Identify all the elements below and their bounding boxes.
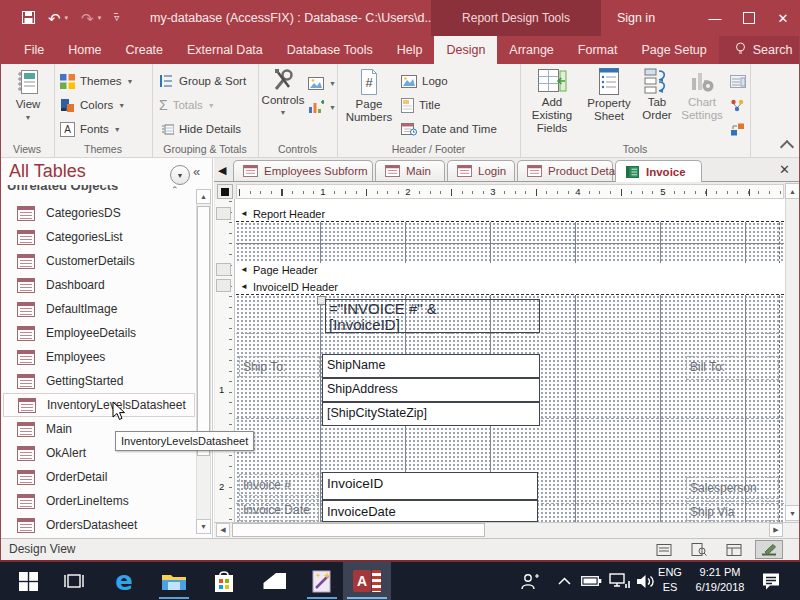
tab-order-button[interactable]: Tab Order xyxy=(636,68,678,122)
section-selector[interactable] xyxy=(216,263,231,276)
language-indicator[interactable]: ENG ES xyxy=(655,565,685,595)
tab-file[interactable]: File xyxy=(12,36,56,64)
nav-item-ordersdatasheet[interactable]: OrdersDatasheet xyxy=(3,513,195,537)
doc-tab-login[interactable]: Login xyxy=(447,160,515,181)
nav-item-customerdetails[interactable]: CustomerDetails xyxy=(3,249,195,273)
clock[interactable]: 9:21 PM 6/19/2018 xyxy=(688,565,752,595)
nav-item-categorieslist[interactable]: CategoriesList xyxy=(3,225,195,249)
shutter-bar-close-icon[interactable]: « xyxy=(193,164,200,179)
page-numbers-button[interactable]: # Page Numbers xyxy=(342,68,396,124)
close-document-icon[interactable]: ✕ xyxy=(779,162,790,177)
report-selector[interactable] xyxy=(217,184,233,199)
nav-group-collapse-icon[interactable]: ⌃ xyxy=(171,185,179,195)
tab-arrange[interactable]: Arrange xyxy=(497,36,565,64)
report-design-canvas[interactable]: ◄ Report Header ◄ Page Header ◄ InvoiceI… xyxy=(235,199,785,522)
section-selector[interactable] xyxy=(216,207,231,220)
battery-button[interactable] xyxy=(578,562,604,600)
tab-help[interactable]: Help xyxy=(385,36,435,64)
search-box[interactable]: Search xyxy=(719,36,800,64)
colors-button[interactable]: Colors▼ xyxy=(60,94,125,116)
convert-macros-button[interactable] xyxy=(730,118,745,140)
doc-scroll-left-icon[interactable]: ◀ xyxy=(216,523,230,537)
ship-via-label[interactable]: Ship Via xyxy=(686,501,779,521)
nav-scroll-down-icon[interactable]: ▼ xyxy=(196,519,211,534)
nav-scrollbar-thumb[interactable] xyxy=(197,206,210,456)
invoice-date-label[interactable]: Invoice Date xyxy=(239,499,319,521)
invoice-expression-textbox[interactable]: ="INVOICE #" & [InvoiceID] xyxy=(325,299,540,333)
shipaddress-textbox[interactable]: ShipAddress xyxy=(322,378,540,402)
minimize-button[interactable]: — xyxy=(698,0,732,36)
nav-scroll-up-icon[interactable]: ▲ xyxy=(196,189,211,204)
hide-details-button[interactable]: Hide Details xyxy=(159,118,241,140)
horizontal-ruler[interactable]: 1 2 3 4 5 xyxy=(236,184,784,199)
tab-scroll-left-icon[interactable]: ◀ xyxy=(218,164,226,177)
maximize-button[interactable] xyxy=(732,0,766,36)
close-button[interactable]: ✕ xyxy=(766,0,800,36)
doc-tab-product-detail[interactable]: Product Detail xyxy=(517,160,613,181)
nav-item-defaultimage[interactable]: DefaultImage xyxy=(3,297,195,321)
undo-dropdown-icon[interactable]: ▾ xyxy=(65,14,69,22)
nav-item-categoriesds[interactable]: CategoriesDS xyxy=(3,201,195,225)
group-sort-button[interactable]: Group & Sort xyxy=(159,70,246,92)
doc-tab-invoice[interactable]: Invoice xyxy=(615,160,702,182)
shipcitystatezip-textbox[interactable]: [ShipCityStateZip] xyxy=(322,402,540,426)
action-center-button[interactable] xyxy=(756,562,786,600)
ship-to-label[interactable]: Ship To: xyxy=(239,356,320,377)
file-explorer-button[interactable] xyxy=(156,562,192,600)
tab-home[interactable]: Home xyxy=(56,36,113,64)
tab-design[interactable]: Design xyxy=(434,36,497,64)
tab-external-data[interactable]: External Data xyxy=(175,36,275,64)
fonts-button[interactable]: A Fonts▼ xyxy=(60,118,121,140)
access-taskbar-button[interactable]: A xyxy=(343,562,391,600)
doc-hscroll-thumb[interactable] xyxy=(232,523,485,537)
section-bar-report-header[interactable]: ◄ Report Header xyxy=(236,207,784,221)
sign-in-button[interactable]: Sign in xyxy=(601,0,671,36)
shipname-textbox[interactable]: ShipName xyxy=(322,354,540,378)
add-existing-fields-button[interactable]: Add Existing Fields xyxy=(523,68,581,135)
print-preview-button[interactable] xyxy=(685,540,713,559)
invoicedate-textbox[interactable]: InvoiceDate xyxy=(322,500,538,522)
edge-button[interactable]: e xyxy=(106,562,142,600)
bill-to-label[interactable]: Bill To: xyxy=(686,356,779,380)
doc-scroll-right-icon[interactable]: ▶ xyxy=(769,523,783,537)
section-bar-invoiceid-header[interactable]: ◄ InvoiceID Header xyxy=(236,279,784,294)
tab-database-tools[interactable]: Database Tools xyxy=(275,36,385,64)
doc-vertical-scrollbar[interactable] xyxy=(785,183,800,522)
tab-create[interactable]: Create xyxy=(114,36,176,64)
date-time-button[interactable]: Date and Time xyxy=(401,118,497,140)
customize-qat-icon[interactable]: ▿‾ xyxy=(114,13,119,24)
view-code-button[interactable] xyxy=(730,94,745,116)
undo-icon[interactable]: ↶ xyxy=(48,11,61,26)
title-button[interactable]: Title xyxy=(401,94,440,116)
view-button[interactable]: View ▼ xyxy=(8,69,48,121)
nav-item-employeedetails[interactable]: EmployeeDetails xyxy=(3,321,195,345)
doc-tab-employees-subform[interactable]: Employees Subform xyxy=(233,160,373,181)
doc-tab-main[interactable]: Main xyxy=(375,160,445,181)
nav-item-gettingstarted[interactable]: GettingStarted xyxy=(3,369,195,393)
property-sheet-button[interactable]: Property Sheet xyxy=(583,68,635,123)
mail-button[interactable] xyxy=(256,562,292,600)
layout-view-button[interactable] xyxy=(720,540,748,559)
report-header-grid[interactable] xyxy=(236,221,784,264)
nav-item-orderlineitems[interactable]: OrderLineItems xyxy=(3,489,195,513)
nav-item-inventoryleveldatasheet[interactable]: InventoryLevelsDatasheet xyxy=(3,393,195,417)
section-selector[interactable] xyxy=(216,279,231,292)
nav-item-orderdetail[interactable]: OrderDetail xyxy=(3,465,195,489)
doc-scroll-down-icon[interactable]: ▼ xyxy=(785,505,800,521)
collapse-ribbon-icon[interactable] xyxy=(780,140,794,154)
nav-menu-dropdown[interactable]: ▼ xyxy=(170,165,190,185)
section-bar-page-header[interactable]: ◄ Page Header xyxy=(236,263,784,277)
controls-button[interactable]: Controls ▼ xyxy=(260,68,306,116)
nav-item-employees[interactable]: Employees xyxy=(3,345,195,369)
themes-button[interactable]: Themes▼ xyxy=(60,70,133,92)
task-view-button[interactable] xyxy=(56,562,92,600)
vertical-ruler[interactable]: 1 2 xyxy=(215,199,235,522)
network-button[interactable] xyxy=(606,562,632,600)
insert-chart-button[interactable]: ▼ xyxy=(308,96,336,118)
design-view-button[interactable] xyxy=(755,540,783,559)
invoiceid-textbox[interactable]: InvoiceID xyxy=(322,472,538,500)
salesperson-label[interactable]: Salesperson xyxy=(686,477,779,499)
nav-item-dashboard[interactable]: Dashboard xyxy=(3,273,195,297)
store-button[interactable] xyxy=(206,562,242,600)
insert-image-button[interactable]: ▼ xyxy=(308,72,336,94)
